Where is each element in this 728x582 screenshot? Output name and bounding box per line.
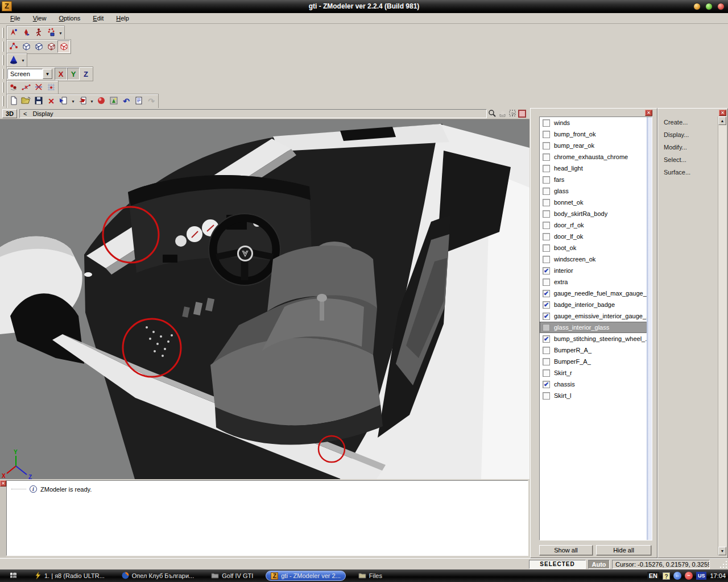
toolbar-grip[interactable] (2, 28, 4, 38)
messenger-busy-tray-icon[interactable]: – (685, 572, 693, 580)
visibility-checkbox[interactable] (543, 324, 550, 331)
scene-list-row[interactable]: bump_front_ok (540, 128, 652, 140)
new-file-button[interactable] (7, 95, 20, 107)
visibility-checkbox[interactable] (543, 358, 550, 365)
visibility-checkbox[interactable] (543, 313, 550, 320)
resize-grip[interactable] (719, 561, 727, 568)
grid-snap-button[interactable] (45, 81, 57, 94)
import-button[interactable] (57, 95, 70, 107)
scene-list-row[interactable]: glass_interior_glass (540, 322, 652, 333)
command-panel-close-button[interactable]: ✕ (719, 110, 726, 116)
visibility-checkbox[interactable] (543, 119, 550, 127)
select-arrow-tool-button[interactable] (7, 27, 20, 39)
taskbar-task-button[interactable]: 1. | я8 (Radio ULTR... (30, 571, 109, 581)
taskbar-task-button[interactable]: Z gti - ZModeler ver 2... (266, 571, 346, 581)
scene-list-row[interactable]: body_skirtRa_body (540, 208, 652, 219)
keyboard-layout-indicator[interactable]: US (696, 572, 707, 580)
scene-list-row[interactable]: fars (540, 174, 652, 185)
viewport-title-bar[interactable]: < Display (19, 109, 487, 118)
visibility-checkbox[interactable] (543, 199, 550, 206)
export-button[interactable] (76, 95, 89, 107)
open-file-button[interactable] (20, 95, 32, 107)
objects-level-button[interactable] (57, 40, 70, 53)
zoom-tool-button[interactable] (487, 109, 497, 118)
emule-tray-icon[interactable]: ← (673, 572, 681, 580)
polygons-level-button[interactable] (45, 40, 57, 53)
primitive-cone-button[interactable] (7, 54, 20, 66)
hide-all-button[interactable]: Hide all (596, 545, 651, 555)
combo-dropdown-button[interactable]: ▼ (43, 69, 52, 79)
scene-list-row[interactable]: bump_rear_ok (540, 140, 652, 151)
menu-item[interactable]: Help (110, 14, 135, 23)
command-item[interactable]: Modify... (664, 143, 690, 152)
scene-list-row[interactable]: gauge_emissive_interior_gauge_... (540, 310, 652, 322)
toolbar-grip[interactable] (2, 69, 4, 79)
visibility-checkbox[interactable] (543, 369, 550, 377)
region-select-button[interactable] (508, 109, 517, 118)
scene-list-row[interactable]: badge_interior_badge (540, 299, 652, 310)
visibility-checkbox[interactable] (543, 176, 550, 184)
save-file-button[interactable] (32, 95, 45, 107)
message-log-close-button[interactable]: ✕ (0, 480, 6, 487)
scene-object-list[interactable]: winds bump_front_ok bump_rear_ok chrome_… (539, 117, 652, 541)
menu-item[interactable]: Options (53, 14, 86, 23)
toolbar-grip[interactable] (2, 82, 4, 93)
taskbar-task-button[interactable]: Files (354, 571, 387, 581)
scroll-up-button[interactable]: ▲ (718, 117, 726, 125)
undo-button[interactable]: ↶ (120, 95, 133, 107)
scene-list-row[interactable]: head_light (540, 163, 652, 174)
visibility-checkbox[interactable] (543, 244, 550, 252)
visibility-checkbox[interactable] (543, 347, 550, 354)
visibility-checkbox[interactable] (543, 335, 550, 343)
scene-list-row[interactable]: door_rf_ok (540, 219, 652, 231)
axis-z-button[interactable]: Z (80, 68, 92, 80)
scene-list-row[interactable]: gauge_needle_fuel_max_gauge_... (540, 288, 652, 299)
visibility-checkbox[interactable] (543, 188, 550, 195)
vertex-ring-tool-button[interactable] (45, 27, 57, 39)
redo-button[interactable]: ↷ (145, 95, 158, 107)
visibility-checkbox[interactable] (543, 267, 550, 275)
toolbar-grip[interactable] (2, 55, 4, 65)
visibility-checkbox[interactable] (543, 256, 550, 263)
help-tray-icon[interactable]: ? (663, 572, 670, 580)
scene-list-row[interactable]: extra (540, 276, 652, 288)
show-all-button[interactable]: Show all (539, 545, 593, 555)
list-scrollbar[interactable] (647, 117, 652, 540)
minimize-button[interactable] (693, 3, 701, 10)
visibility-checkbox[interactable] (543, 210, 550, 218)
scene-list-close-button[interactable]: ✕ (645, 110, 652, 116)
scene-list-row[interactable]: chassis (540, 379, 652, 390)
taskbar-task-button[interactable]: Опел Клуб Българи... (117, 571, 198, 581)
command-item[interactable]: Display... (664, 130, 690, 139)
scene-list-row[interactable]: chrome_exhausta_chrome (540, 151, 652, 163)
close-button[interactable] (717, 3, 725, 10)
scene-list-row[interactable]: door_lf_ok (540, 231, 652, 242)
viewport-maximize-button[interactable] (518, 110, 526, 118)
visibility-checkbox[interactable] (543, 222, 550, 229)
visibility-checkbox[interactable] (543, 131, 550, 138)
visibility-checkbox[interactable] (543, 142, 550, 149)
scene-list-row[interactable]: bonnet_ok (540, 197, 652, 208)
back-chevron[interactable]: < (23, 110, 27, 117)
maximize-button[interactable] (705, 3, 713, 10)
axis-y-button[interactable]: Y (67, 68, 80, 80)
toolbar-grip[interactable] (2, 96, 4, 106)
render-button[interactable] (95, 95, 107, 107)
menu-item[interactable]: File (5, 14, 26, 23)
animate-tool-button[interactable] (32, 27, 45, 39)
visibility-checkbox[interactable] (543, 233, 550, 240)
command-item[interactable]: Select... (664, 155, 690, 164)
command-item[interactable]: Surface... (664, 168, 690, 177)
auto-toggle[interactable]: Auto (588, 560, 610, 569)
tool-dropdown-arrow[interactable]: ▾ (57, 31, 64, 36)
scene-list-row[interactable]: interior (540, 265, 652, 276)
scene-list-row[interactable]: winds (540, 117, 652, 128)
material-editor-button[interactable] (107, 95, 120, 107)
space-combobox[interactable]: Screen ▼ (7, 69, 52, 79)
scene-list-row[interactable]: BumperR_A_ (540, 344, 652, 356)
menu-item[interactable]: Edit (87, 14, 109, 23)
scroll-down-button[interactable]: ▼ (718, 547, 726, 555)
visibility-checkbox[interactable] (543, 290, 550, 297)
command-item[interactable]: Create... (664, 118, 690, 127)
start-button[interactable] (0, 569, 30, 582)
